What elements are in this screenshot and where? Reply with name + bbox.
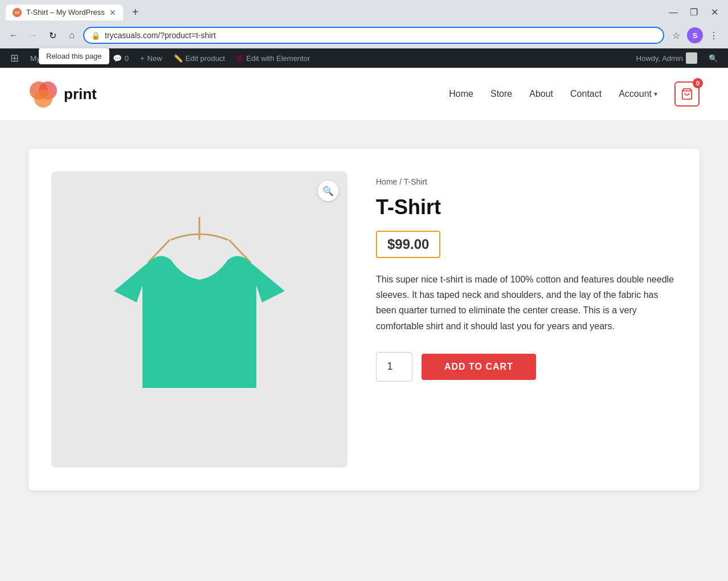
nav-about[interactable]: About (529, 89, 553, 99)
wp-logo-item[interactable]: ⊞ (6, 48, 23, 68)
wp-admin-bar: ⊞ My W... Customize 💬 0 + New ✏️ Edit pr… (0, 48, 728, 68)
breadcrumb: Home / T-Shirt (376, 177, 677, 186)
wp-howdy-label: Howdy, Admin (636, 54, 683, 63)
breadcrumb-separator: / (399, 177, 402, 186)
svg-point-2 (34, 89, 52, 108)
nav-contact[interactable]: Contact (570, 89, 602, 99)
comment-bubble-icon: 💬 (113, 54, 122, 63)
product-image-svg (103, 211, 296, 428)
wp-new-label: New (148, 54, 162, 63)
wp-new-icon: + (140, 54, 145, 63)
admin-avatar (686, 52, 697, 64)
nav-account-label[interactable]: Account (619, 89, 652, 99)
wp-logo-icon: ⊞ (10, 52, 19, 64)
product-info: Home / T-Shirt T-Shirt $99.00 This super… (376, 171, 677, 468)
wp-new[interactable]: + New (136, 48, 167, 68)
tab-title: T-Shirt – My WordPress (26, 8, 105, 17)
new-tab-button[interactable]: + (128, 3, 144, 21)
logo-text: print (64, 85, 97, 103)
browser-tab[interactable]: W T-Shirt – My WordPress ✕ (6, 5, 123, 21)
zoom-icon: 🔍 (322, 186, 334, 197)
lock-icon: 🔒 (91, 31, 100, 40)
main-content: 🔍 Home / T-Shirt T- (0, 120, 728, 519)
zoom-button[interactable]: 🔍 (318, 181, 338, 201)
product-description: This super nice t-shirt is made of 100% … (376, 272, 677, 334)
cart-count: 0 (693, 78, 703, 88)
wp-my-wordpress[interactable]: My W... (26, 48, 59, 68)
account-chevron-icon: ▾ (654, 90, 657, 98)
back-button[interactable]: ← (6, 27, 22, 43)
product-card: 🔍 Home / T-Shirt T- (28, 149, 700, 490)
tab-close-button[interactable]: ✕ (109, 8, 116, 17)
reload-button[interactable]: ↻ (44, 27, 60, 43)
product-price: $99.00 (376, 231, 440, 258)
home-button[interactable]: ⌂ (64, 27, 80, 43)
wp-my-wordpress-label: My W... (30, 54, 55, 63)
window-close-button[interactable]: ✕ (706, 5, 722, 21)
cart-button[interactable]: 0 (674, 81, 700, 107)
nav-home[interactable]: Home (449, 89, 473, 99)
site-logo[interactable]: print (28, 79, 97, 109)
quantity-input[interactable] (376, 352, 412, 382)
wp-elementor-icon: IE (236, 54, 243, 63)
menu-button[interactable]: ⋮ (705, 27, 722, 44)
add-to-cart-row: ADD TO CART (376, 352, 677, 382)
window-maximize-button[interactable]: ❐ (686, 5, 702, 21)
product-image-container: 🔍 (51, 171, 347, 468)
nav-store[interactable]: Store (490, 89, 512, 99)
add-to-cart-button[interactable]: ADD TO CART (422, 354, 536, 380)
nav-account[interactable]: Account ▾ (619, 89, 657, 99)
wp-search-icon: 🔍 (709, 54, 718, 63)
wp-edit-product-label: Edit product (186, 54, 225, 63)
site-nav: Home Store About Contact Account ▾ 0 (449, 81, 700, 107)
wp-search[interactable]: 🔍 (704, 48, 722, 68)
wp-elementor[interactable]: IE Edit with Elementor (232, 48, 314, 68)
breadcrumb-home[interactable]: Home (376, 177, 397, 186)
address-bar[interactable]: 🔒 trycasuals.com/?product=t-shirt (83, 27, 664, 44)
profile-button[interactable]: S (687, 27, 703, 43)
wp-customize[interactable]: Customize (62, 48, 105, 68)
product-title: T-Shirt (376, 195, 677, 219)
logo-icon (28, 79, 58, 109)
forward-button[interactable]: → (25, 27, 41, 43)
wp-comments[interactable]: 💬 0 (108, 48, 133, 68)
wp-customize-label: Customize (66, 54, 101, 63)
wp-comments-count: 0 (125, 54, 129, 63)
wp-elementor-label: Edit with Elementor (246, 54, 310, 63)
site-header: print Home Store About Contact Account ▾… (0, 68, 728, 120)
wp-edit-icon: ✏️ (174, 54, 183, 63)
tab-favicon: W (13, 8, 22, 17)
wp-howdy[interactable]: Howdy, Admin (632, 48, 702, 68)
wp-edit-product[interactable]: ✏️ Edit product (169, 48, 230, 68)
bookmark-button[interactable]: ☆ (668, 27, 685, 44)
product-image-area: 🔍 (51, 171, 347, 468)
breadcrumb-current: T-Shirt (404, 177, 427, 186)
url-text: trycasuals.com/?product=t-shirt (105, 31, 216, 40)
cart-icon (681, 88, 693, 100)
window-minimize-button[interactable]: — (665, 5, 681, 21)
